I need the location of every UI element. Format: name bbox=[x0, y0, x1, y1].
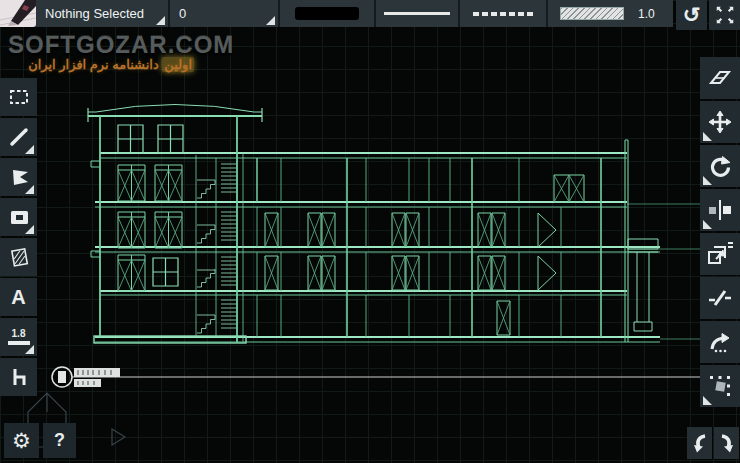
draw-toolbar: A 1.8 bbox=[0, 78, 37, 398]
submenu-corner-icon bbox=[25, 345, 34, 354]
building-section bbox=[88, 105, 702, 344]
undo-icon bbox=[691, 432, 709, 454]
submenu-corner-icon bbox=[703, 396, 712, 405]
submenu-corner-icon bbox=[703, 220, 712, 229]
staircase bbox=[197, 164, 236, 333]
help-icon: ? bbox=[54, 430, 65, 451]
copy-icon bbox=[706, 241, 734, 267]
submenu-corner-icon bbox=[25, 145, 34, 154]
array-tool-button[interactable] bbox=[700, 365, 740, 407]
selection-status-dropdown[interactable]: Nothing Selected bbox=[36, 0, 170, 27]
undo-button[interactable] bbox=[687, 427, 712, 459]
rotate-icon bbox=[708, 154, 732, 178]
pen-app-icon bbox=[0, 0, 36, 27]
submenu-corner-icon bbox=[25, 225, 34, 234]
zoom-extents-icon bbox=[714, 4, 736, 26]
color-picker-button[interactable] bbox=[280, 0, 376, 27]
layer-dropdown[interactable]: 0 bbox=[170, 0, 280, 27]
dashed-select-icon bbox=[7, 85, 31, 109]
watermark-tagline-rest: دانشنامه نرم افزار ایران bbox=[28, 57, 159, 72]
modify-toolbar bbox=[700, 57, 740, 409]
line-tool-button[interactable] bbox=[0, 118, 37, 156]
mirror-icon bbox=[707, 198, 733, 222]
dashed-line-sample bbox=[473, 12, 533, 16]
move-tool-button[interactable] bbox=[700, 101, 740, 143]
submenu-corner-icon bbox=[703, 132, 712, 141]
trim-icon bbox=[707, 286, 733, 310]
eraser-icon bbox=[707, 66, 733, 90]
dimension-tool-button[interactable]: 1.8 bbox=[0, 318, 37, 356]
block-chair-icon bbox=[7, 365, 31, 389]
mirror-tool-button[interactable] bbox=[700, 189, 740, 231]
undo-icon: ↺ bbox=[683, 3, 701, 27]
app-icon[interactable] bbox=[0, 0, 36, 27]
selection-status-label: Nothing Selected bbox=[36, 6, 144, 21]
dropdown-corner-icon bbox=[266, 16, 275, 25]
submenu-corner-icon bbox=[703, 176, 712, 185]
erase-tool-button[interactable] bbox=[700, 57, 740, 99]
trim-tool-button[interactable] bbox=[700, 277, 740, 319]
dropdown-corner-icon bbox=[156, 16, 165, 25]
datum-line bbox=[52, 367, 740, 387]
array-icon bbox=[708, 374, 732, 398]
watermark-tagline: اولین دانشنامه نرم افزار ایران bbox=[8, 57, 194, 72]
hatch-icon bbox=[7, 245, 31, 269]
linetype-scale-value: 1.0 bbox=[638, 7, 655, 21]
lineweight-sample bbox=[560, 7, 624, 20]
top-toolbar: Nothing Selected 0 1.0 bbox=[0, 0, 673, 27]
rectangle-tool-button[interactable] bbox=[0, 198, 37, 236]
linetype-button[interactable] bbox=[376, 0, 460, 27]
dimension-value-label: 1.8 bbox=[12, 329, 26, 339]
redo-button[interactable] bbox=[714, 427, 739, 459]
zoom-extents-button[interactable] bbox=[709, 0, 740, 30]
fillet-icon bbox=[707, 330, 733, 354]
watermark-site: SOFTGOZAR.COM bbox=[8, 31, 234, 59]
layer-label: 0 bbox=[170, 6, 186, 21]
undo-top-button[interactable]: ↺ bbox=[676, 0, 707, 30]
rotate-tool-button[interactable] bbox=[700, 145, 740, 187]
block-tool-button[interactable] bbox=[0, 358, 37, 396]
dimension-icon: 1.8 bbox=[8, 329, 30, 345]
redo-icon bbox=[718, 432, 736, 454]
help-button[interactable]: ? bbox=[43, 423, 76, 458]
text-a-icon: A bbox=[11, 286, 25, 309]
settings-button[interactable]: ⚙ bbox=[4, 423, 39, 458]
dash-style-button[interactable] bbox=[460, 0, 548, 27]
lineweight-button[interactable]: 1.0 bbox=[548, 0, 673, 27]
copy-tool-button[interactable] bbox=[700, 233, 740, 275]
hatch-tool-button[interactable] bbox=[0, 238, 37, 276]
fillet-tool-button[interactable] bbox=[700, 321, 740, 363]
text-tool-button[interactable]: A bbox=[0, 278, 37, 316]
current-color-swatch bbox=[295, 7, 359, 20]
move-icon bbox=[708, 110, 732, 134]
polyline-tool-button[interactable] bbox=[0, 158, 37, 196]
select-tool-button[interactable] bbox=[0, 78, 37, 116]
submenu-corner-icon bbox=[25, 185, 34, 194]
watermark-tagline-highlight: اولین bbox=[162, 57, 194, 72]
cad-app-window: SOFTGOZAR.COM اولین دانشنامه نرم افزار ا… bbox=[0, 0, 740, 463]
solid-line-sample bbox=[384, 12, 450, 15]
exterior-pedestal bbox=[628, 239, 658, 331]
gear-icon: ⚙ bbox=[12, 429, 31, 453]
